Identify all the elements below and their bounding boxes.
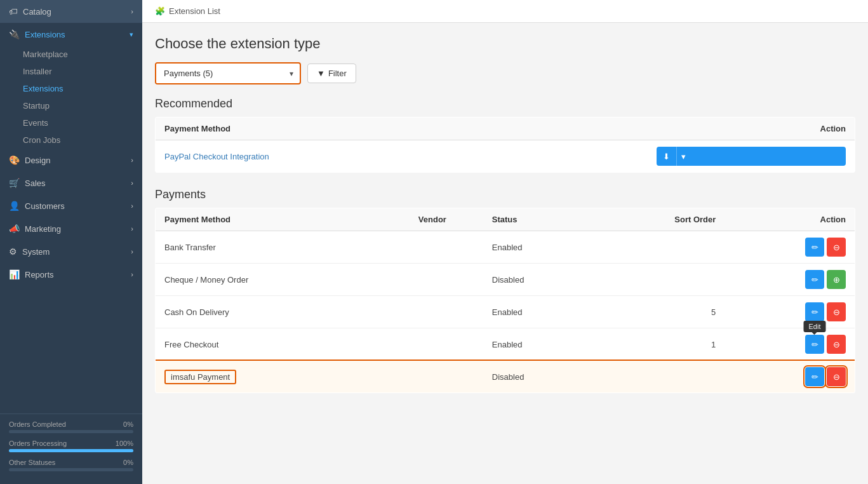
free-sort: 1 (594, 328, 724, 361)
catalog-icon: 🏷 (9, 6, 18, 17)
cod-btn-group: ✏ ⊖ (805, 302, 846, 321)
sidebar-item-events[interactable]: Events (0, 114, 142, 131)
payments-title: Payments (155, 188, 855, 201)
imsafu-btn-group: ✏ ⊖ (805, 367, 846, 386)
breadcrumb: Extension List (169, 6, 220, 16)
bank-transfer-action: ✏ ⊖ (724, 231, 855, 264)
sidebar-customers-label: Customers (25, 201, 65, 211)
puzzle-icon: 🧩 (155, 6, 165, 16)
cheque-enable-button[interactable]: ⊕ (827, 270, 846, 289)
sidebar-item-catalog[interactable]: 🏷 Catalog › (0, 0, 142, 23)
sidebar-design-label: Design (25, 156, 50, 165)
table-row: Cheque / Money Order Disabled ✏ ⊕ (156, 264, 855, 296)
sidebar-system-label: System (22, 247, 50, 257)
paypal-method-cell: PayPal Checkout Integration (156, 140, 648, 173)
table-row: PayPal Checkout Integration ⬇ ▾ (156, 140, 855, 173)
sidebar-item-extensions[interactable]: 🔌 Extensions ▾ (0, 23, 142, 46)
orders-processing-label: Orders Processing (9, 440, 67, 447)
chevron-down-icon-select: ▾ (283, 64, 300, 83)
sidebar-item-design[interactable]: 🎨 Design › (0, 149, 142, 171)
orders-processing-bar-fill (9, 449, 133, 452)
cheque-sort (594, 264, 724, 296)
free-status: Enabled (483, 328, 594, 361)
paypal-install-button[interactable]: ⬇ ▾ (657, 147, 846, 166)
sidebar-item-customers[interactable]: 👤 Customers › (0, 194, 142, 217)
free-edit-button[interactable]: ✏ Edit (805, 335, 824, 354)
sidebar-installer-label: Installer (23, 67, 52, 76)
cod-sort: 5 (594, 296, 724, 328)
table-row: Bank Transfer Enabled ✏ ⊖ (156, 231, 855, 264)
marketing-icon: 📣 (9, 224, 20, 234)
recommended-table: Payment Method Action PayPal Checkout In… (155, 117, 855, 173)
download-icon: ⬇ (657, 147, 677, 166)
paypal-action-cell: ⬇ ▾ (648, 140, 855, 173)
free-delete-button[interactable]: ⊖ (827, 335, 846, 354)
chevron-right-icon7: › (131, 271, 133, 278)
progress-orders-completed: Orders Completed 0% (9, 420, 133, 433)
other-statuses-label: Other Statuses (9, 459, 55, 466)
imsafu-sort (594, 361, 724, 393)
cod-edit-button[interactable]: ✏ (805, 302, 824, 321)
progress-other-statuses: Other Statuses 0% (9, 459, 133, 471)
sidebar-item-installer[interactable]: Installer (0, 63, 142, 80)
cod-delete-button[interactable]: ⊖ (827, 302, 846, 321)
bank-transfer-sort (594, 231, 724, 264)
system-icon: ⚙ (9, 246, 17, 257)
sidebar-marketplace-label: Marketplace (23, 50, 68, 59)
bank-transfer-method: Bank Transfer (156, 231, 382, 264)
sidebar-marketing-label: Marketing (25, 224, 61, 234)
imsafu-action: ✏ ⊖ (724, 361, 855, 393)
customers-icon: 👤 (9, 201, 20, 211)
recommended-title: Recommended (155, 97, 855, 111)
chevron-right-icon6: › (131, 248, 133, 255)
cheque-edit-button[interactable]: ✏ (805, 270, 824, 289)
sidebar-sales-label: Sales (25, 178, 46, 188)
sidebar-item-marketplace[interactable]: Marketplace (0, 46, 142, 63)
cheque-vendor (382, 264, 483, 296)
col-sort-order: Sort Order (594, 208, 724, 231)
col-action: Action (724, 208, 855, 231)
sidebar-item-marketing[interactable]: 📣 Marketing › (0, 217, 142, 240)
reports-icon: 📊 (9, 269, 20, 279)
sidebar-catalog-label: Catalog (23, 7, 51, 17)
bank-transfer-delete-button[interactable]: ⊖ (827, 238, 846, 257)
imsafu-edit-button[interactable]: ✏ (805, 367, 824, 386)
sidebar-events-label: Events (23, 118, 48, 128)
orders-completed-value: 0% (123, 420, 133, 428)
split-arrow-icon: ▾ (677, 147, 690, 166)
imsafu-delete-button[interactable]: ⊖ (827, 367, 846, 386)
cod-method: Cash On Delivery (156, 296, 382, 328)
filter-icon: ▼ (317, 69, 325, 78)
cod-action: ✏ ⊖ (724, 296, 855, 328)
payments-section: Payments Payment Method Vendor Status So… (155, 188, 855, 393)
sidebar-extensions-sub-label: Extensions (23, 84, 63, 93)
sidebar-extensions-label: Extensions (25, 30, 65, 39)
sidebar-item-sales[interactable]: 🛒 Sales › (0, 171, 142, 194)
extension-type-select-wrapper[interactable]: Payments (5) Shipping Order Totals Fraud… (155, 62, 301, 84)
sidebar-item-cron-jobs[interactable]: Cron Jobs (0, 131, 142, 149)
free-vendor (382, 328, 483, 361)
bank-transfer-vendor (382, 231, 483, 264)
cheque-btn-group: ✏ ⊕ (805, 270, 846, 289)
paypal-link[interactable]: PayPal Checkout Integration (164, 152, 269, 161)
sales-icon: 🛒 (9, 178, 20, 188)
sidebar-item-extensions-sub[interactable]: Extensions (0, 80, 142, 97)
table-row: imsafu Payment Disabled ✏ ⊖ (156, 361, 855, 393)
imsafu-vendor (382, 361, 483, 393)
design-icon: 🎨 (9, 155, 20, 165)
chevron-down-icon: ▾ (130, 30, 133, 39)
payments-table: Payment Method Vendor Status Sort Order … (155, 208, 855, 393)
chevron-right-icon2: › (131, 156, 133, 164)
orders-completed-bar-bg (9, 430, 133, 433)
col-status: Status (483, 208, 594, 231)
sidebar-item-reports[interactable]: 📊 Reports › (0, 263, 142, 286)
page-title: Choose the extension type (155, 36, 855, 52)
recommended-col-method: Payment Method (156, 118, 648, 140)
table-row: Free Checkout Enabled 1 ✏ Edit ⊖ (156, 328, 855, 361)
bank-transfer-edit-button[interactable]: ✏ (805, 238, 824, 257)
sidebar: 🏷 Catalog › 🔌 Extensions ▾ Marketplace I… (0, 0, 142, 484)
filter-button[interactable]: ▼ Filter (307, 64, 356, 83)
sidebar-item-system[interactable]: ⚙ System › (0, 240, 142, 263)
extension-type-select[interactable]: Payments (5) Shipping Order Totals Fraud… (156, 64, 283, 83)
sidebar-item-startup[interactable]: Startup (0, 97, 142, 114)
